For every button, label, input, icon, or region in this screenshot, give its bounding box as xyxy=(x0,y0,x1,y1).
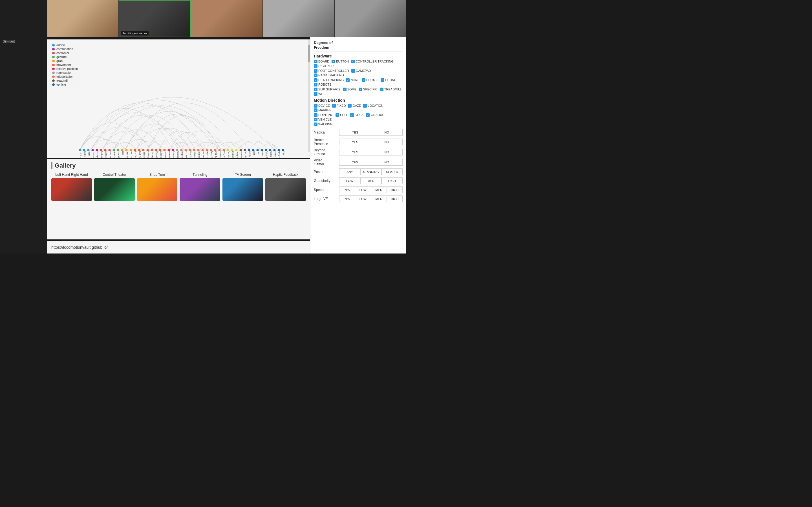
beyond-ground-no[interactable]: NO xyxy=(371,149,403,156)
gallery-item-5[interactable]: TV Screen xyxy=(222,173,263,201)
gallery-thumb-1 xyxy=(51,178,92,201)
granularity-toggle[interactable]: LOW MED HIGH xyxy=(339,177,403,184)
breaks-presence-label: BreaksPresence xyxy=(314,138,339,146)
posture-seated[interactable]: SEATED xyxy=(382,168,403,175)
large-ve-na[interactable]: N/A xyxy=(339,195,355,202)
svg-text:Gesture: Gesture xyxy=(114,151,116,158)
video-gamer-no[interactable]: NO xyxy=(371,159,403,166)
cb-head-tracking[interactable]: HEAD TRACKING xyxy=(314,78,344,82)
svg-text:Boat: Boat xyxy=(253,151,255,155)
cb-button[interactable]: BUTTON xyxy=(332,60,349,63)
svg-text:Grab Jump: Grab Jump xyxy=(126,151,128,158)
speed-med[interactable]: MED xyxy=(371,186,387,193)
cb-none[interactable]: NONE xyxy=(346,78,359,82)
cb-device[interactable]: DEVICE xyxy=(314,104,330,108)
video-conference-bar: Jan Gugenheimer xyxy=(47,0,406,37)
magical-no[interactable]: NO xyxy=(371,129,403,136)
magical-yes[interactable]: YES xyxy=(339,129,371,136)
cb-controller-tracking[interactable]: CONTROLLER TRACKING xyxy=(351,60,394,63)
cb-robots-icon xyxy=(314,83,317,87)
hardware-checkboxes-3: HEAD TRACKING NONE PEDALS PHONE ROBOTS xyxy=(314,78,403,87)
cb-wheel[interactable]: WHEEL xyxy=(314,92,329,96)
hardware-title: Hardware xyxy=(314,54,403,58)
gallery-item-4[interactable]: Tunneling xyxy=(180,173,220,201)
cb-board[interactable]: BOARD xyxy=(314,60,329,63)
cb-hand-tracking[interactable]: HAND TRACKING xyxy=(314,73,344,77)
legend-dot-relative-position xyxy=(52,68,55,70)
granularity-high[interactable]: HIGH xyxy=(382,177,403,184)
speed-low[interactable]: LOW xyxy=(355,186,371,193)
posture-standing[interactable]: STANDING xyxy=(360,168,382,175)
motion-checkboxes-3: WALKING xyxy=(314,122,403,126)
magical-label: Magical xyxy=(314,130,339,134)
cb-phone[interactable]: PHONE xyxy=(380,78,396,82)
cb-some-icon xyxy=(343,88,347,91)
legend-item-movement: movement xyxy=(52,63,78,66)
speed-high[interactable]: HIGH xyxy=(387,186,403,193)
svg-text:Sling Shot: Sling Shot xyxy=(223,151,225,158)
cb-pointing[interactable]: POINTING xyxy=(314,113,333,117)
cb-vehicle-motion[interactable]: VEHICLE xyxy=(314,118,332,121)
cb-treadmill[interactable]: TREADMILL xyxy=(380,88,402,91)
cb-foot-controller-icon xyxy=(314,69,317,73)
cb-gaze[interactable]: GAZE xyxy=(348,104,361,108)
breaks-presence-no[interactable]: NO xyxy=(371,138,403,145)
speed-label: Speed xyxy=(314,188,339,192)
cb-marker[interactable]: MARKER xyxy=(314,108,332,112)
svg-text:Speedometer: Speedometer xyxy=(172,151,175,158)
magical-toggle[interactable]: YES NO xyxy=(339,129,403,136)
cb-foot-controller[interactable]: FOOT CONTROLLER xyxy=(314,69,349,73)
svg-text:Racing: Racing xyxy=(270,151,272,157)
speed-toggle[interactable]: N/A LOW MED HIGH xyxy=(339,186,403,193)
legend-item-relative-position: relative position xyxy=(52,67,78,70)
legend-dot-treadmill xyxy=(52,79,55,82)
cb-digitizer[interactable]: DIGITIZER xyxy=(314,64,334,68)
scrollbar-right[interactable] xyxy=(308,40,310,152)
beyond-ground-toggle[interactable]: YES NO xyxy=(339,149,403,156)
granularity-low[interactable]: LOW xyxy=(339,177,360,184)
scrollbar-thumb[interactable] xyxy=(308,45,310,62)
gallery-item-1[interactable]: Left Hand Right Hand xyxy=(51,173,92,201)
breaks-presence-yes[interactable]: YES xyxy=(339,138,371,145)
motion-direction-title: Motion Direction xyxy=(314,98,403,103)
dof-header: Degrees ofFreedom xyxy=(314,41,403,52)
cb-pull[interactable]: PULL xyxy=(336,113,348,117)
posture-label: Posture xyxy=(314,170,339,174)
cb-fixed[interactable]: FIXED xyxy=(332,104,346,108)
large-ve-low[interactable]: LOW xyxy=(355,195,371,202)
video-gamer-toggle[interactable]: YES NO xyxy=(339,159,403,166)
cb-stick[interactable]: STICK xyxy=(350,113,364,117)
video-gamer-yes[interactable]: YES xyxy=(339,159,371,166)
cb-gamepad-icon xyxy=(351,69,355,73)
granularity-filter: Granularity LOW MED HIGH xyxy=(314,177,403,184)
gallery-item-2[interactable]: Control Theater xyxy=(94,173,135,201)
gallery-thumb-4 xyxy=(180,178,220,201)
large-ve-high[interactable]: HIGH xyxy=(387,195,403,202)
cb-some[interactable]: SOME xyxy=(343,88,356,91)
posture-toggle[interactable]: ANY STANDING SEATED xyxy=(339,168,403,175)
gallery-item-6[interactable]: Haptic Feedback xyxy=(265,173,306,201)
legend: addon combination controller gesture gra… xyxy=(49,42,81,89)
speed-na[interactable]: N/A xyxy=(339,186,355,193)
breaks-presence-toggle[interactable]: YES NO xyxy=(339,138,403,145)
svg-text:Relative Position: Relative Position xyxy=(168,151,170,158)
cb-pedals[interactable]: PEDALS xyxy=(362,78,378,82)
beyond-ground-yes[interactable]: YES xyxy=(339,149,371,156)
cb-robots[interactable]: ROBOTS xyxy=(314,83,331,87)
cb-walking[interactable]: WALKING xyxy=(314,122,333,126)
large-ve-toggle[interactable]: N/A LOW MED HIGH xyxy=(339,195,403,202)
cb-various[interactable]: VARIOUS xyxy=(366,113,384,117)
cb-gamepad[interactable]: GAMEPAD xyxy=(351,69,371,73)
cb-various-icon xyxy=(366,113,370,117)
svg-text:Locomotion Treadmill: Locomotion Treadmill xyxy=(164,151,166,158)
gallery-item-3[interactable]: Snap Turn xyxy=(137,173,177,201)
gallery-thumb-6 xyxy=(265,178,306,201)
cb-specific[interactable]: SPECIFIC xyxy=(359,88,377,91)
cb-slip-surface-icon xyxy=(314,88,317,91)
posture-any[interactable]: ANY xyxy=(339,168,360,175)
svg-text:Holoport: Holoport xyxy=(194,151,196,158)
large-ve-med[interactable]: MED xyxy=(371,195,387,202)
cb-slip-surface[interactable]: SLIP SURFACE xyxy=(314,88,341,91)
granularity-med[interactable]: MED xyxy=(360,177,382,184)
cb-location[interactable]: LOCATION xyxy=(363,104,383,108)
